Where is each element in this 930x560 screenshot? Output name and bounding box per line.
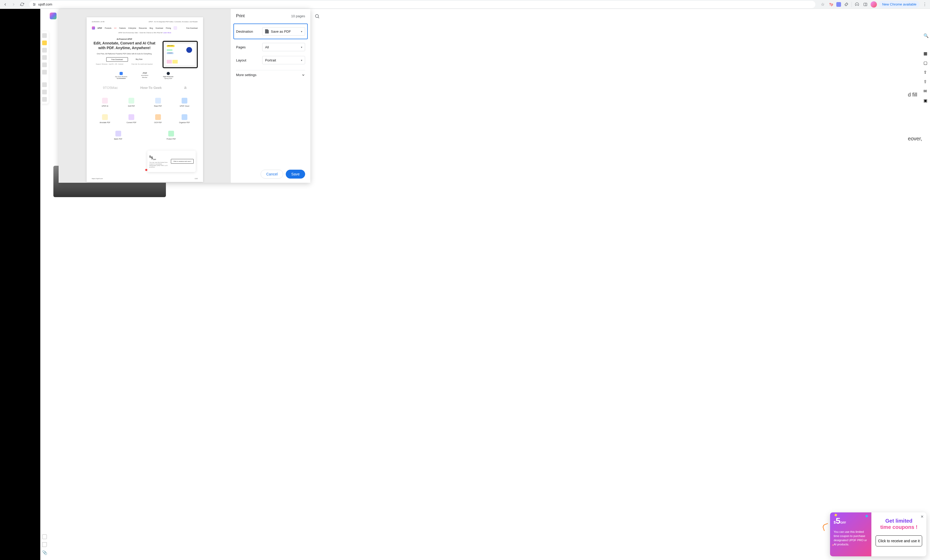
leaf-icon[interactable] xyxy=(854,1,860,8)
feature-label: OCR PDF xyxy=(150,121,166,123)
preview-press-partial: a xyxy=(184,85,186,90)
extensions-icon[interactable] xyxy=(843,1,849,8)
svg-point-8 xyxy=(315,14,319,17)
side-panel-icon[interactable] xyxy=(862,1,868,8)
updf-app-logo[interactable] xyxy=(50,12,57,19)
preview-features-grid: UPDF AIEdit PDFRead PDFUPDF CloudAnnotat… xyxy=(92,98,198,140)
promo-description: You can use this limited time coupon to … xyxy=(834,530,868,547)
preview-footer-url: https://updf.com xyxy=(92,178,103,180)
tool-comment-icon[interactable] xyxy=(42,48,47,52)
destination-row: Destination Save as PDF xyxy=(233,23,308,39)
mail-icon[interactable]: ✉ xyxy=(924,89,928,94)
left-bottom-toolbar: 📎 xyxy=(40,534,49,555)
bookmark-icon[interactable] xyxy=(42,542,47,547)
profile-avatar[interactable] xyxy=(871,1,877,8)
preview-free-download-button: Free Download xyxy=(106,57,128,62)
ocr-icon[interactable]: ▢ xyxy=(924,60,928,65)
pdf-file-icon xyxy=(265,29,269,34)
tool-tools-icon[interactable] xyxy=(42,70,47,75)
pages-row: Pages All xyxy=(236,43,305,51)
chevron-down-icon xyxy=(302,73,305,77)
attachment-icon[interactable]: 📎 xyxy=(42,550,47,555)
destination-label: Destination xyxy=(236,29,262,34)
preview-feature-protect-pdf: Protect PDF xyxy=(163,131,179,140)
preview-trial-text: Free trial. No credit card required. xyxy=(131,63,153,65)
menu-dots-icon[interactable]: ⋮ xyxy=(922,1,928,8)
new-chrome-button[interactable]: New Chrome available xyxy=(879,1,919,8)
feature-label: Annotate PDF xyxy=(97,121,113,123)
pages-select[interactable]: All xyxy=(262,43,305,51)
preview-coupon-close-icon xyxy=(145,169,147,171)
view-cube-icon[interactable] xyxy=(42,534,47,539)
preview-badges: App Store Reviews 4.8 ★★★★★ .PDF associa… xyxy=(92,72,198,80)
svg-point-3 xyxy=(34,3,34,4)
print-preview-pane[interactable]: 21/05/2024, 19:48 UPDF - An AI-integrate… xyxy=(59,9,231,183)
back-button[interactable] xyxy=(2,1,8,8)
preview-nav-resources: Resources xyxy=(139,27,147,29)
feature-label: UPDF AI xyxy=(97,105,113,107)
feature-label: Organize PDF xyxy=(177,121,192,123)
page-search-icon[interactable] xyxy=(314,14,320,19)
feature-icon xyxy=(168,131,174,137)
save-icon[interactable]: ▣ xyxy=(924,98,928,103)
preview-ai-tag: AI-Powered UPDF xyxy=(92,38,157,40)
preview-feature-edit-pdf: Edit PDF xyxy=(123,98,139,107)
promo-title: Get limited time coupons ! xyxy=(876,518,922,530)
feature-icon xyxy=(128,98,134,104)
preview-feature-updf-ai: UPDF AI xyxy=(97,98,113,107)
layout-label: Layout xyxy=(236,58,262,62)
tool-crop-icon[interactable] xyxy=(42,82,47,87)
share-icon[interactable]: ⇧ xyxy=(924,79,928,84)
viewport: 📎 🔍 ▦ ▢ ⇪ ⇧ ✉ ▣ d fill eover, 21/05/2024… xyxy=(0,9,930,560)
tool-thumbnail-icon[interactable] xyxy=(42,33,47,38)
tool-form-icon[interactable] xyxy=(42,97,47,102)
preview-nav-features: Features xyxy=(119,27,126,29)
preview-badge-appstore: App Store Reviews 4.8 ★★★★★ xyxy=(113,72,129,80)
reload-button[interactable] xyxy=(19,1,25,8)
save-button[interactable]: Save xyxy=(286,170,305,179)
cancel-button[interactable]: Cancel xyxy=(261,170,283,179)
search-icon[interactable]: 🔍 xyxy=(924,33,928,38)
layout-select[interactable]: Portrait xyxy=(262,56,305,64)
site-settings-icon[interactable] xyxy=(32,3,36,6)
export-icon[interactable]: ⇪ xyxy=(924,70,928,75)
feature-icon xyxy=(155,98,161,104)
tool-edit-icon[interactable] xyxy=(42,55,47,60)
preview-press-logos: 9TO5Mac How-To Geek a xyxy=(92,85,198,90)
page-display-icon[interactable]: ▦ xyxy=(924,51,928,56)
promo-close-button[interactable]: ✕ xyxy=(921,514,924,519)
preview-logo-icon xyxy=(92,26,95,29)
tool-organize-icon[interactable] xyxy=(42,63,47,67)
preview-footer-page: 1/10 xyxy=(195,178,198,180)
feature-label: Read PDF xyxy=(150,105,166,107)
promo-cta-button[interactable]: Click to receive and use it xyxy=(876,535,922,546)
more-settings-toggle[interactable]: More settings xyxy=(236,70,305,80)
tool-reader-icon[interactable] xyxy=(42,40,47,45)
promo-discount-amount: $5OFF xyxy=(834,516,868,526)
bookmark-star-icon[interactable]: ☆ xyxy=(819,1,826,8)
feature-icon xyxy=(182,98,187,104)
print-page-count: 10 pages xyxy=(291,14,305,18)
destination-select[interactable]: Save as PDF xyxy=(262,27,305,35)
browser-toolbar: updf.com ☆ Tp New Chrome available ⋮ xyxy=(0,0,930,9)
feature-icon xyxy=(115,131,121,137)
preview-timestamp: 21/05/2024, 19:48 xyxy=(92,21,105,23)
tool-redact-icon[interactable] xyxy=(42,90,47,94)
feature-icon xyxy=(102,114,108,120)
background-text-fragment: d fill eover, xyxy=(908,87,922,146)
preview-nav-enterprise: Enterprise xyxy=(128,27,136,29)
preview-badge-pdfa: .PDF association Member xyxy=(137,72,152,80)
preview-page-1: 21/05/2024, 19:48 UPDF - An AI-integrate… xyxy=(86,17,203,182)
feature-label: UPDF Cloud xyxy=(177,105,192,107)
ext-grid-icon[interactable] xyxy=(836,2,841,7)
preview-press-howtogeek: How-To Geek xyxy=(140,86,162,90)
forward-button[interactable] xyxy=(11,1,17,8)
svg-point-5 xyxy=(34,5,34,6)
preview-nav-ai-pill-icon xyxy=(174,26,177,30)
promo-left-panel: $5OFF You can use this limited time coup… xyxy=(830,512,871,556)
feature-label: Protect PDF xyxy=(163,138,179,140)
ext-tp-icon[interactable]: Tp xyxy=(828,1,834,8)
url-text: updf.com xyxy=(38,2,52,6)
address-bar[interactable]: updf.com xyxy=(29,1,815,8)
preview-feature-batch-pdf: Batch PDF xyxy=(111,131,126,140)
